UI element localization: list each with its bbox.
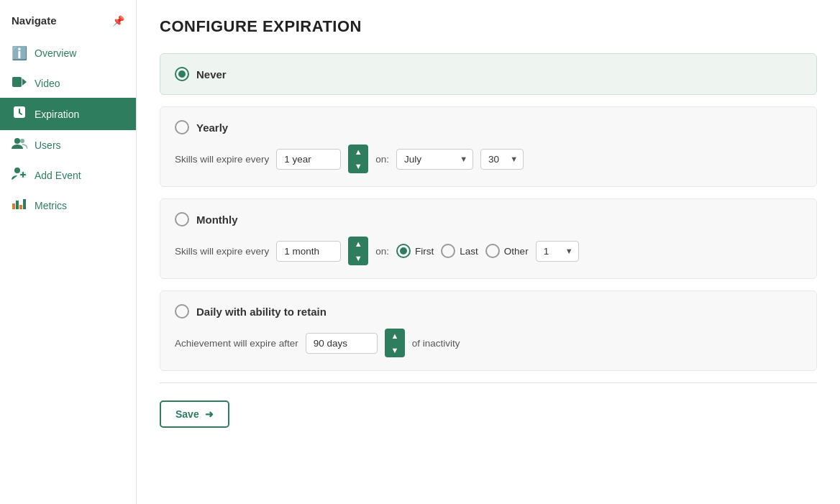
never-radio[interactable] (175, 67, 189, 81)
sidebar-item-label: Expiration (35, 109, 79, 120)
monthly-other-label: Other (504, 246, 529, 257)
svg-rect-12 (19, 205, 22, 209)
yearly-option-body: Skills will expire every ▲ ▼ on: January… (175, 145, 802, 173)
sidebar-item-label: Metrics (35, 200, 67, 211)
overview-icon: ℹ️ (12, 45, 27, 61)
svg-point-3 (14, 138, 20, 144)
monthly-interval-input[interactable] (276, 241, 341, 262)
monthly-other-radio[interactable] (485, 244, 500, 258)
yearly-stepper-up[interactable]: ▲ (348, 145, 368, 159)
monthly-other-select[interactable]: 1234 5678 910 (536, 241, 579, 262)
yearly-stepper-down[interactable]: ▼ (348, 159, 368, 173)
daily-option-header: Daily with ability to retain (175, 304, 802, 319)
monthly-stepper-down[interactable]: ▼ (348, 251, 368, 265)
monthly-option-body: Skills will expire every ▲ ▼ on: First L… (175, 237, 802, 265)
page-title: CONFIGURE EXPIRATION (160, 17, 817, 36)
sidebar-item-users[interactable]: Users (0, 130, 136, 160)
yearly-option-header: Yearly (175, 120, 802, 134)
monthly-other-radio-label[interactable]: Other (485, 244, 529, 258)
daily-radio[interactable] (175, 304, 189, 319)
main-content: CONFIGURE EXPIRATION Never Yearly Skills… (137, 0, 840, 504)
daily-label: Daily with ability to retain (196, 306, 327, 318)
yearly-description: Skills will expire every (175, 154, 269, 165)
never-option-card: Never (160, 53, 817, 95)
users-icon (12, 137, 27, 152)
monthly-first-label: First (415, 246, 434, 257)
monthly-last-radio-label[interactable]: Last (441, 244, 478, 258)
sidebar-item-video[interactable]: Video (0, 68, 136, 98)
monthly-radio[interactable] (175, 212, 189, 226)
metrics-icon (12, 198, 27, 213)
monthly-on-label: on: (375, 246, 389, 257)
monthly-interval-stepper[interactable]: ▲ ▼ (348, 237, 368, 265)
daily-stepper-down[interactable]: ▼ (385, 343, 405, 357)
yearly-day-select[interactable]: 151015 20253031 (480, 149, 524, 170)
daily-option-body: Achievement will expire after ▲ ▼ of ina… (175, 329, 802, 357)
monthly-option-header: Monthly (175, 212, 802, 226)
monthly-last-radio[interactable] (441, 244, 455, 258)
yearly-interval-input[interactable] (276, 149, 341, 170)
never-option-header: Never (175, 67, 802, 81)
sidebar: Navigate 📌 ℹ️ Overview Video Expiration … (0, 0, 137, 504)
sidebar-item-overview[interactable]: ℹ️ Overview (0, 38, 136, 68)
yearly-interval-stepper[interactable]: ▲ ▼ (348, 145, 368, 173)
save-arrow-icon: ➜ (205, 408, 214, 420)
monthly-last-label: Last (460, 246, 478, 257)
monthly-first-radio-label[interactable]: First (396, 244, 434, 258)
monthly-option-card: Monthly Skills will expire every ▲ ▼ on:… (160, 198, 817, 279)
expiration-icon (12, 105, 27, 123)
save-button[interactable]: Save ➜ (160, 400, 229, 428)
svg-marker-1 (22, 78, 27, 86)
pin-icon[interactable]: 📌 (112, 15, 124, 27)
yearly-day-select-wrap: 151015 20253031 ▼ (480, 149, 524, 170)
yearly-option-card: Yearly Skills will expire every ▲ ▼ on: … (160, 106, 817, 187)
sidebar-item-label: Video (35, 78, 60, 89)
sidebar-title: Navigate (12, 14, 57, 27)
sidebar-item-label: Add Event (35, 170, 81, 181)
daily-interval-input[interactable] (306, 333, 378, 354)
svg-point-4 (20, 139, 24, 143)
daily-interval-stepper[interactable]: ▲ ▼ (385, 329, 405, 357)
svg-rect-13 (23, 199, 26, 209)
sidebar-item-add-event[interactable]: Add Event (0, 160, 136, 191)
daily-suffix: of inactivity (412, 338, 460, 349)
monthly-label: Monthly (196, 214, 238, 226)
sidebar-item-metrics[interactable]: Metrics (0, 191, 136, 220)
svg-rect-11 (16, 201, 19, 209)
video-icon (12, 75, 27, 91)
monthly-stepper-up[interactable]: ▲ (348, 237, 368, 251)
sidebar-header: Navigate 📌 (0, 6, 136, 38)
save-label: Save (175, 408, 199, 420)
add-event-icon (12, 167, 27, 183)
monthly-description: Skills will expire every (175, 246, 269, 257)
daily-description: Achievement will expire after (175, 338, 298, 349)
sidebar-item-expiration[interactable]: Expiration (0, 98, 136, 130)
monthly-first-radio[interactable] (396, 244, 411, 258)
svg-rect-0 (12, 77, 22, 87)
yearly-label: Yearly (196, 122, 228, 134)
monthly-other-select-wrap: 1234 5678 910 ▼ (536, 241, 579, 262)
yearly-radio[interactable] (175, 120, 189, 134)
yearly-month-select[interactable]: JanuaryFebruaryMarch AprilMayJune JulyAu… (396, 149, 473, 170)
divider (160, 382, 817, 383)
daily-stepper-up[interactable]: ▲ (385, 329, 405, 343)
daily-option-card: Daily with ability to retain Achievement… (160, 290, 817, 371)
yearly-month-select-wrap: JanuaryFebruaryMarch AprilMayJune JulyAu… (396, 149, 473, 170)
yearly-on-label: on: (375, 154, 389, 165)
never-label: Never (196, 68, 227, 81)
svg-rect-10 (12, 203, 15, 209)
sidebar-item-label: Users (35, 139, 61, 151)
sidebar-item-label: Overview (35, 47, 76, 59)
